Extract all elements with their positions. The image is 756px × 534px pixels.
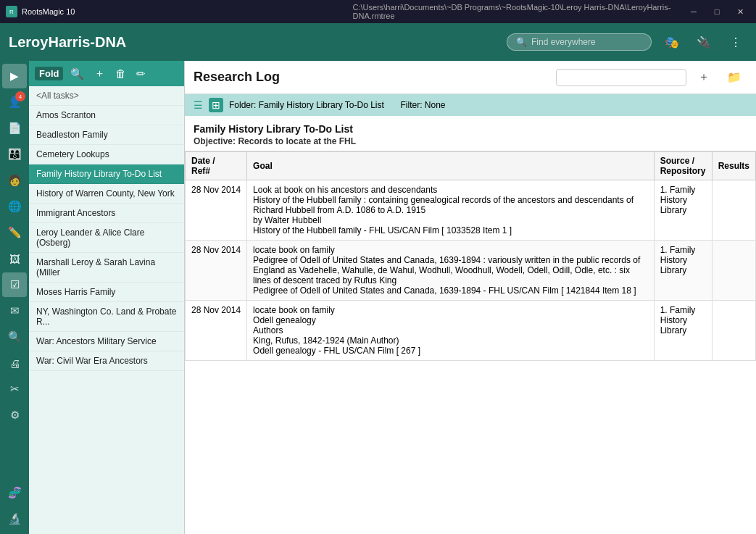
task-search-icon[interactable]: 🔍 xyxy=(67,66,87,82)
row2-date: 28 Nov 2014 xyxy=(186,241,247,301)
close-button[interactable]: ✕ xyxy=(730,4,750,19)
table-row: 28 Nov 2014 locate book on family Pedigr… xyxy=(186,241,756,301)
person-badge: 4 xyxy=(15,91,25,101)
col-header-goal: Goal xyxy=(247,152,655,180)
global-search-box[interactable]: 🔍 xyxy=(507,33,652,51)
task-item-ny[interactable]: NY, Washington Co. Land & Probate R... xyxy=(29,302,184,332)
task-item-cemetery[interactable]: Cemetery Lookups xyxy=(29,145,184,164)
sidebar-icon-print[interactable]: 🖨 xyxy=(2,351,27,375)
col-header-results: Results xyxy=(712,152,755,180)
folder-label: Folder: Family History Library To-Do Lis… xyxy=(229,100,384,110)
sidebar-icon-globe[interactable]: 🌐 xyxy=(2,194,27,219)
row3-date: 28 Nov 2014 xyxy=(186,301,247,361)
task-add-icon[interactable]: ＋ xyxy=(91,65,108,82)
content-folder-button[interactable]: 📁 xyxy=(721,67,747,87)
objective-value: Records to locate at the FHL xyxy=(238,136,356,146)
content-title: Research Log xyxy=(194,70,280,85)
content-header: Research Log ＋ 📁 xyxy=(185,61,756,94)
task-item-civil-war[interactable]: War: Civil War Era Ancestors xyxy=(29,351,184,371)
app-header: LeroyHarris-DNA 🔍 🎭 🔌 ⋮ xyxy=(0,23,756,61)
row1-results xyxy=(712,180,755,241)
row1-source: 1. Family History Library xyxy=(654,180,712,241)
sidebar-icon-settings[interactable]: ⚙ xyxy=(2,403,27,427)
task-item-fhl[interactable]: Family History Library To-Do List xyxy=(29,164,184,184)
filter-label: Filter: None xyxy=(401,100,446,110)
task-toolbar: Fold 🔍 ＋ 🗑 ✏ xyxy=(29,61,184,86)
task-item-amos[interactable]: Amos Scranton xyxy=(29,106,184,125)
sidebar-icon-tools[interactable]: ✂ xyxy=(2,377,27,401)
task-item-leroy[interactable]: Leroy Leander & Alice Clare (Osberg) xyxy=(29,223,184,253)
row1-goal: Look at book on his ancestors and descen… xyxy=(247,180,655,241)
row3-source: 1. Family History Library xyxy=(654,301,712,361)
content-search-input[interactable] xyxy=(556,69,686,86)
task-panel: Fold 🔍 ＋ 🗑 ✏ <All tasks> Amos Scranton B… xyxy=(29,61,185,534)
sidebar-icon-person2[interactable]: 🧑 xyxy=(2,168,27,193)
folder-objective: Objective: Records to locate at the FHL xyxy=(194,136,747,146)
app-icon: R xyxy=(6,6,17,17)
task-item-moses[interactable]: Moses Harris Family xyxy=(29,283,184,302)
sidebar-icon-dna2[interactable]: 🔬 xyxy=(2,506,27,531)
global-search-input[interactable] xyxy=(531,37,640,47)
objective-label: Objective: xyxy=(194,136,236,146)
row3-goal: locate book on family Odell genealogy Au… xyxy=(247,301,655,361)
sidebar-icon-play[interactable]: ▶ xyxy=(2,64,27,88)
row3-results xyxy=(712,301,755,361)
more-options-button[interactable]: ⋮ xyxy=(724,30,747,54)
task-edit-icon[interactable]: ✏ xyxy=(133,66,149,82)
task-item-warren[interactable]: History of Warren County, New York xyxy=(29,184,184,204)
col-header-source: Source /Repository xyxy=(654,152,712,180)
minimize-button[interactable]: ─ xyxy=(684,4,704,19)
app-title: LeroyHarris-DNA xyxy=(9,34,498,51)
task-item-marshall[interactable]: Marshall Leroy & Sarah Lavina (Miller xyxy=(29,253,184,283)
maximize-button[interactable]: □ xyxy=(707,4,727,19)
task-list: <All tasks> Amos Scranton Beadleston Fam… xyxy=(29,86,184,534)
sidebar-icon-mail[interactable]: ✉ xyxy=(2,299,27,323)
titlebar: R RootsMagic 10 C:\Users\harri\Documents… xyxy=(0,0,756,23)
content-toolbar: ＋ 📁 xyxy=(556,67,747,88)
sidebar-icons: ▶ 👤 4 📄 👨‍👩‍👦 🧑 🌐 ✏️ 🖼 ☑ ✉ 🔍 🖨 ✂ ⚙ 🧬 🔬 xyxy=(0,61,29,534)
row1-date: 28 Nov 2014 xyxy=(186,180,247,241)
fold-button[interactable]: Fold xyxy=(35,67,63,80)
row2-source: 1. Family History Library xyxy=(654,241,712,301)
row2-results xyxy=(712,241,755,301)
research-table-wrap: Date /Ref# Goal Source /Repository Resul… xyxy=(185,151,756,534)
task-item-all[interactable]: <All tasks> xyxy=(29,86,184,106)
grid-view-icon[interactable]: ⊞ xyxy=(209,98,223,112)
sidebar-icon-pencil[interactable]: ✏️ xyxy=(2,220,27,245)
search-magnifier-icon: 🔍 xyxy=(516,37,527,47)
task-delete-icon[interactable]: 🗑 xyxy=(112,66,129,81)
table-row: 28 Nov 2014 locate book on family Odell … xyxy=(186,301,756,361)
task-item-beadleston[interactable]: Beadleston Family xyxy=(29,125,184,145)
sidebar-icon-dna[interactable]: 🧬 xyxy=(2,480,27,505)
sidebar-icon-image[interactable]: 🖼 xyxy=(2,246,27,271)
sidebar-icon-person[interactable]: 👤 4 xyxy=(2,90,27,114)
research-table: Date /Ref# Goal Source /Repository Resul… xyxy=(185,151,756,361)
task-item-ancestors-military[interactable]: War: Ancestors Military Service xyxy=(29,332,184,351)
folder-title: Family History Library To-Do List xyxy=(194,123,747,135)
face-icon-button[interactable]: 🎭 xyxy=(660,30,684,54)
content-add-button[interactable]: ＋ xyxy=(692,67,715,88)
sidebar-icon-family[interactable]: 👨‍👩‍👦 xyxy=(2,142,27,167)
list-view-icon[interactable]: ☰ xyxy=(194,99,203,111)
row2-goal: locate book on family Pedigree of Odell … xyxy=(247,241,655,301)
folder-info: Family History Library To-Do List Object… xyxy=(185,116,756,151)
plugin-icon-button[interactable]: 🔌 xyxy=(692,30,715,54)
sidebar-icon-search[interactable]: 🔍 xyxy=(2,325,27,349)
main-layout: ▶ 👤 4 📄 👨‍👩‍👦 🧑 🌐 ✏️ 🖼 ☑ ✉ 🔍 🖨 ✂ ⚙ 🧬 🔬 F… xyxy=(0,61,756,534)
sidebar-icon-document[interactable]: 📄 xyxy=(2,116,27,141)
title-filepath: C:\Users\harri\Documents\~DB Programs\~R… xyxy=(353,3,684,20)
table-row: 28 Nov 2014 Look at book on his ancestor… xyxy=(186,180,756,241)
title-text: RootsMagic 10 xyxy=(22,7,353,16)
sidebar-icon-checklist[interactable]: ☑ xyxy=(2,272,27,297)
filter-bar: ☰ ⊞ Folder: Family History Library To-Do… xyxy=(185,94,756,116)
content-area: Research Log ＋ 📁 ☰ ⊞ Folder: Family Hist… xyxy=(185,61,756,534)
col-header-date: Date /Ref# xyxy=(186,152,247,180)
task-item-immigrant[interactable]: Immigrant Ancestors xyxy=(29,204,184,223)
